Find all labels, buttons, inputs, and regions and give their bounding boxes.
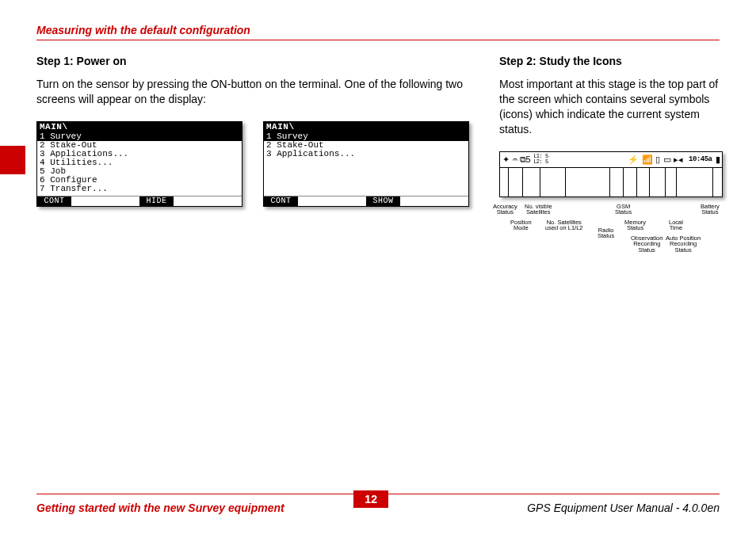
lcd1-fk-1: CONT: [37, 196, 71, 206]
footer-right-text: GPS Equipment User Manual - 4.0.0en: [527, 502, 720, 514]
page-number: 12: [353, 490, 388, 508]
label-local: LocalTime: [669, 219, 683, 231]
lcd2-fk-5: [400, 196, 434, 206]
label-obs: ObservationRecordingStatus: [631, 235, 662, 254]
gsm-icon: 📶: [642, 154, 653, 165]
lead-memory: [636, 168, 637, 196]
lcd-screen-1: MAIN\ 1 Survey 2 Stake-Out 3 Application…: [36, 121, 242, 207]
lcd2-fk-6: [434, 196, 468, 206]
lead-gsm: [623, 168, 624, 196]
icon-labels: AccuracyStatus PositionMode No. visibleS…: [499, 197, 723, 284]
label-accuracy: AccuracyStatus: [493, 204, 517, 216]
lcd1-title: MAIN\: [37, 122, 242, 132]
page-footer: Getting started with the new Survey equi…: [36, 494, 720, 517]
lcd2-fk-2: [298, 196, 332, 206]
local-time-readout: 10:45a: [689, 155, 712, 163]
memory-icon: ▯: [655, 154, 660, 165]
lcd-screen-2: MAIN\ 1 Survey 2 Stake-Out 3 Application…: [263, 121, 469, 207]
lcd2-footer: CONT SHOW: [264, 196, 468, 206]
satellite-icon: ⧉5: [520, 154, 530, 165]
lcd2-fk-1: CONT: [264, 196, 298, 206]
lead-autopos: [665, 168, 666, 196]
label-autopos: Auto PositionRecordingStatus: [666, 235, 701, 254]
lcd1-footer: CONT HIDE: [37, 196, 242, 206]
page-content: Measuring with the default configuration…: [36, 24, 720, 510]
label-visible: No. visibleSatellites: [525, 204, 552, 216]
label-battery: BatteryStatus: [701, 204, 720, 216]
column-right: Step 2: Study the Icons Most important a…: [499, 55, 720, 284]
section-title: Measuring with the default configuration: [36, 24, 720, 40]
lead-battery: [712, 168, 713, 196]
lcd1-fk-5: [174, 196, 208, 206]
label-position: PositionMode: [510, 219, 532, 231]
lead-local: [676, 168, 677, 196]
icon-bar-diagram: ✦ 𝄐 ⧉5 L1: 5L2: 5 ⚡ 📶 ▯ ▭ ▸◂ 10:45a ▮: [499, 151, 723, 197]
lcd1-fk-4: HIDE: [139, 196, 174, 206]
lead-visible: [540, 168, 540, 196]
step2-heading: Step 2: Study the Icons: [499, 55, 720, 67]
column-left: Step 1: Power on Turn on the sensor by p…: [36, 55, 477, 284]
lcd1-fk-2: [71, 196, 105, 206]
lead-position: [522, 168, 523, 196]
radio-icon: ⚡: [628, 154, 639, 165]
accuracy-icon: ✦: [502, 154, 510, 165]
label-memory: MemoryStatus: [624, 219, 646, 231]
step1-body: Turn on the sensor by pressing the ON-bu…: [36, 77, 477, 107]
lcd1-fk-6: [208, 196, 242, 206]
position-icon: 𝄐: [513, 154, 517, 165]
lcd1-line-4: 4 Utilities...: [37, 158, 242, 167]
step1-heading: Step 1: Power on: [36, 55, 477, 67]
lead-radio: [609, 168, 610, 196]
label-used: No. Satellitesused on L1/L2: [545, 219, 583, 231]
label-gsm: GSMStatus: [615, 204, 632, 216]
lead-obs: [649, 168, 650, 196]
lead-accuracy: [508, 168, 509, 196]
margin-red-block: [0, 146, 25, 174]
lcd1-line-7: 7 Transfer...: [37, 185, 242, 193]
step2-body: Most important at this stage is the top …: [499, 77, 720, 137]
header-rule: [36, 40, 720, 40]
autopos-icon: ▸◂: [674, 154, 682, 165]
label-radio: RadioStatus: [598, 227, 614, 239]
lcd2-fk-3: [332, 196, 366, 206]
footer-left-text: Getting started with the new Survey equi…: [36, 502, 284, 514]
lcd2-title: MAIN\: [264, 122, 468, 132]
lcd1-fk-3: [105, 196, 139, 206]
battery-icon: ▮: [716, 154, 720, 165]
l1l2-readout: L1: 5L2: 5: [533, 154, 548, 165]
lcd2-fk-4: SHOW: [366, 196, 400, 206]
obs-rec-icon: ▭: [663, 154, 671, 165]
lcd2-line-3: 3 Applications...: [264, 150, 468, 158]
lead-used: [565, 168, 566, 196]
